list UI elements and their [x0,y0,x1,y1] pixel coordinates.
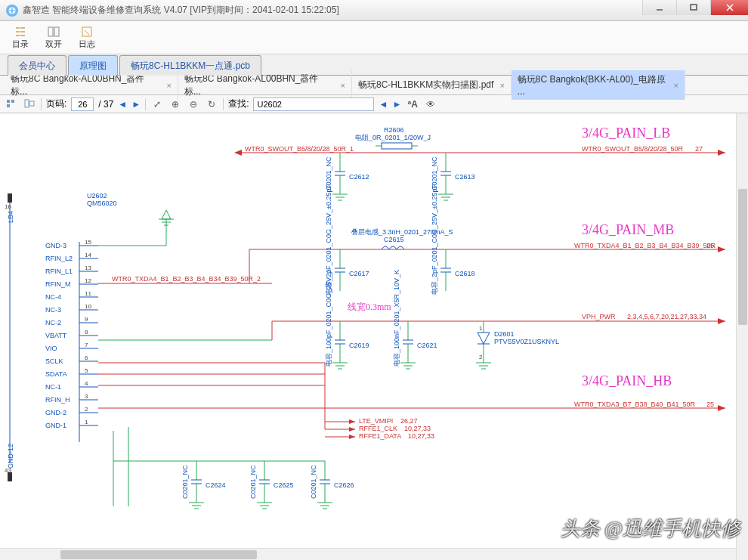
toc-button[interactable]: 目录 [5,24,36,51]
svg-text:SDATA: SDATA [45,370,67,378]
svg-text:SCLK: SCLK [45,357,63,365]
app-icon [6,5,18,17]
svg-text:NC-3: NC-3 [45,306,61,314]
search-input[interactable] [253,97,374,111]
rotate-icon[interactable] [23,97,36,111]
titlebar: 鑫智造 智能终端设备维修查询系统 V4.07 [VIP到期时间：2041-02-… [0,0,748,21]
fit-icon[interactable]: ⤢ [150,97,164,111]
svg-rect-14 [8,193,12,203]
page-label: 页码: [46,97,66,110]
close-icon[interactable]: × [341,81,345,90]
grid-icon[interactable] [5,97,18,111]
page-input[interactable] [71,97,94,111]
svg-text:LB4: LB4 [7,211,14,223]
case-icon[interactable]: ªA [406,97,419,111]
svg-text:NC-4: NC-4 [45,293,61,301]
svg-text:RFFE1_CLK: RFFE1_CLK [359,425,397,432]
close-button[interactable] [710,0,748,15]
svg-text:C2621: C2621 [417,342,437,349]
svg-point-4 [18,31,20,32]
svg-text:C0201_NC: C0201_NC [249,465,257,499]
svg-text:1: 1 [85,419,88,425]
tree-icon [14,26,26,38]
svg-text:WTR0_TXDA4_B1_B2_B3_B4_B34_B39: WTR0_TXDA4_B1_B2_B3_B4_B34_B39_50R [574,242,716,249]
svg-text:PTVS5V0Z1USKNYL: PTVS5V0Z1USKNYL [494,338,559,345]
svg-point-3 [18,27,20,29]
svg-rect-11 [7,104,10,107]
svg-text:C2625: C2625 [274,481,294,489]
svg-text:16: 16 [5,203,11,210]
close-icon[interactable]: × [167,81,172,90]
svg-marker-166 [162,210,171,219]
svg-text:3/4G_PAIN_HB: 3/4G_PAIN_HB [582,373,672,388]
svg-text:10,27,33: 10,27,33 [408,432,434,440]
svg-text:5: 5 [85,367,88,374]
svg-marker-73 [718,150,725,156]
svg-text:RFIN_M: RFIN_M [45,280,71,288]
svg-text:电阻_0R_0201_1/20W_J: 电阻_0R_0201_1/20W_J [355,134,431,141]
svg-rect-18 [8,472,12,481]
vertical-scrollbar[interactable] [736,113,748,560]
svg-point-5 [18,35,20,36]
svg-rect-10 [11,100,14,103]
svg-text:2: 2 [479,354,483,360]
tab-pcb[interactable]: 畅玩8C-HL1BKKM一点通.pcb [119,55,261,76]
svg-text:7: 7 [85,342,88,348]
search-next-button[interactable]: ► [392,99,401,110]
log-button[interactable]: 日志 [71,24,103,51]
svg-text:VPH_PWR: VPH_PWR [582,313,616,320]
close-icon[interactable]: × [673,81,678,90]
svg-text:NC-2: NC-2 [45,319,61,326]
binoculars-icon[interactable]: 👁 [424,97,437,111]
svg-text:GND-1: GND-1 [45,422,66,429]
svg-text:GND-2: GND-2 [45,409,66,416]
document-tab-bar: 畅玩8C Bangkok-AL00BHN_器件标...× 畅玩8C Bangko… [0,76,748,95]
doc-tab-3[interactable]: 畅玩8C-HL1BKKM实物扫描图.pdf× [352,76,512,94]
svg-rect-13 [29,101,34,106]
doc-tab-4[interactable]: 畅玩8C Bangkok(BKK-AL00)_电路原 ...× [512,70,685,100]
close-icon[interactable]: × [499,81,504,90]
prev-page-button[interactable]: ◄ [118,99,127,110]
doc-tab-1-label: 畅玩8C Bangkok-AL00BHN_器件标... [11,73,161,98]
svg-text:25: 25 [706,401,714,408]
svg-text:C2613: C2613 [455,173,475,181]
search-label: 查找: [228,97,249,110]
minimize-button[interactable] [642,0,676,15]
svg-text:4: 4 [85,380,88,387]
maximize-button[interactable] [676,0,710,15]
svg-text:8: 8 [85,329,88,336]
svg-text:WTR0_TXDA3_B7_B38_B40_B41_50R: WTR0_TXDA3_B7_B38_B40_B41_50R [574,401,696,408]
scrollbar-thumb[interactable] [738,189,747,325]
svg-text:26,27: 26,27 [400,417,418,425]
tab-member[interactable]: 会员中心 [8,55,66,76]
schematic-canvas[interactable]: 16 43 LB4 GND-12 U2602 QM56020 15GND-314… [0,113,748,560]
tab-schematic[interactable]: 原理图 [68,55,118,76]
svg-rect-76 [382,143,412,149]
svg-text:13: 13 [85,265,91,271]
svg-text:RFIN_L2: RFIN_L2 [45,255,73,262]
zoom-in-icon[interactable]: ⊕ [168,97,182,111]
svg-text:14: 14 [85,252,91,258]
svg-text:3/4G_PAIN_MB: 3/4G_PAIN_MB [582,222,674,237]
svg-text:3/4G_PAIN_LB: 3/4G_PAIN_LB [582,125,670,141]
svg-text:10,27,33: 10,27,33 [404,425,431,432]
note-icon [81,26,93,38]
doc-tab-2-label: 畅玩8C Bangkok-AL00BHN_器件标... [184,73,335,98]
dual-button[interactable]: 双开 [38,24,70,51]
svg-marker-99 [718,246,725,252]
zoom-out-icon[interactable]: ⊖ [187,97,200,111]
svg-text:WTR0_TXDA4_B1_B2_B3_B4_B34_B39: WTR0_TXDA4_B1_B2_B3_B4_B34_B39_50R_2 [112,275,261,283]
svg-text:RFIN_L1: RFIN_L1 [45,268,73,275]
horizontal-scrollbar[interactable] [0,548,736,560]
svg-rect-8 [82,27,91,36]
svg-text:C0201_NC: C0201_NC [310,465,317,499]
svg-text:VBATT: VBATT [45,332,67,339]
svg-text:R2606: R2606 [384,126,404,134]
refresh-icon[interactable]: ↻ [205,97,218,111]
svg-text:25: 25 [706,242,714,249]
next-page-button[interactable]: ► [131,99,141,110]
svg-rect-9 [7,100,10,103]
search-prev-button[interactable]: ◄ [379,99,388,110]
scrollbar-thumb[interactable] [60,550,257,559]
doc-tab-4-label: 畅玩8C Bangkok(BKK-AL00)_电路原 ... [518,73,668,97]
